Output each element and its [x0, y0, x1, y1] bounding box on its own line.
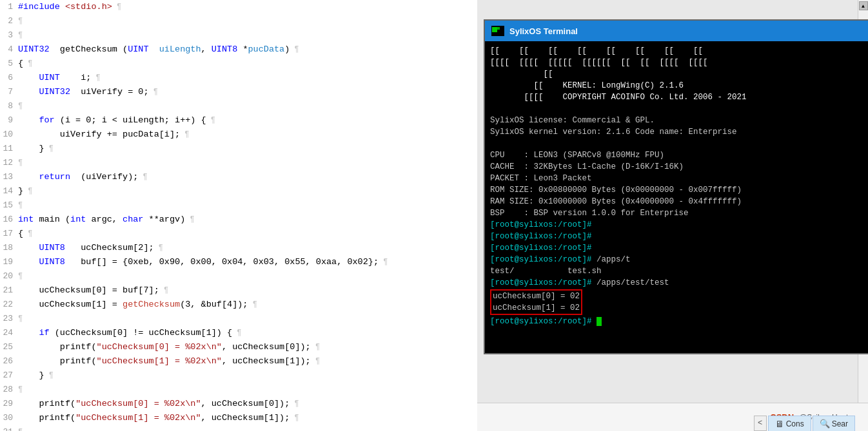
- line-content-2: ¶: [18, 14, 472, 28]
- term-line-9: [490, 138, 864, 149]
- code-line-30: 30 printf("ucChecksum[1] = %02x\n", ucCh…: [0, 411, 477, 425]
- tab-search-label: Sear: [832, 419, 848, 428]
- code-line-18: 18 UINT8 ucChecksum[2]; ¶: [0, 241, 477, 255]
- line-num-22: 22: [0, 298, 18, 312]
- code-line-5: 5 { ¶: [0, 57, 477, 71]
- code-line-19: 19 UINT8 buf[] = {0xeb, 0x90, 0x00, 0x04…: [0, 255, 477, 269]
- right-panel: SylixOS Terminal [[ [[ [[ [[ [[ [[ [[ [[…: [477, 0, 868, 431]
- svg-rect-4: [497, 27, 500, 30]
- line-num-3: 3: [0, 28, 18, 43]
- term-line-15: BSP : BSP version 1.0.0 for Enterprise: [490, 207, 864, 219]
- line-content-20: ¶: [18, 269, 472, 283]
- code-line-31: 31 ¶: [0, 425, 477, 431]
- line-num-26: 26: [0, 354, 18, 369]
- line-content-8: ¶: [18, 99, 472, 113]
- console-icon: 🖥: [775, 419, 784, 429]
- line-content-1: #include <stdio.h> ¶: [18, 0, 472, 14]
- output-highlight-box: ucChecksum[0] = 02 ucChecksum[1] = 02: [490, 289, 582, 315]
- output-line-2: ucChecksum[1] = 02: [493, 302, 580, 314]
- line-num-10: 10: [0, 128, 18, 142]
- term-line-14: RAM SIZE: 0x10000000 Bytes (0x40000000 -…: [490, 196, 864, 207]
- line-content-9: for (i = 0; i < uiLength; i++) { ¶: [18, 113, 472, 128]
- line-num-11: 11: [0, 142, 18, 156]
- line-num-4: 4: [0, 43, 18, 57]
- code-line-8: 8 ¶: [0, 99, 477, 113]
- line-num-24: 24: [0, 326, 18, 340]
- code-line-29: 29 printf("ucChecksum[0] = %02x\n", ucCh…: [0, 397, 477, 411]
- code-line-28: 28 ¶: [0, 383, 477, 397]
- line-num-25: 25: [0, 340, 18, 354]
- line-num-17: 17: [0, 227, 18, 241]
- line-num-29: 29: [0, 397, 18, 411]
- code-editor: 1 #include <stdio.h> ¶ 2 ¶ 3 ¶ 4 UINT32 …: [0, 0, 477, 431]
- term-line-5: [[[[ COPYRIGHT ACOINFO Co. Ltd. 2006 - 2…: [490, 91, 864, 103]
- main-container: 1 #include <stdio.h> ¶ 2 ¶ 3 ¶ 4 UINT32 …: [0, 0, 868, 431]
- code-line-14: 14 } ¶: [0, 184, 477, 198]
- line-content-24: if (ucChecksum[0] != ucChecksum[1]) { ¶: [18, 326, 472, 340]
- code-line-13: 13 return (uiVerify); ¶: [0, 170, 477, 184]
- code-line-25: 25 printf("ucChecksum[0] = %02x\n", ucCh…: [0, 340, 477, 354]
- line-num-5: 5: [0, 57, 18, 71]
- line-content-18: UINT8 ucChecksum[2]; ¶: [18, 241, 472, 255]
- term-line-16: [root@sylixos:/root]#: [490, 219, 864, 231]
- code-line-12: 12 ¶: [0, 156, 477, 170]
- line-num-1: 1: [0, 0, 18, 14]
- code-line-27: 27 } ¶: [0, 369, 477, 383]
- tab-console-label: Cons: [786, 419, 804, 428]
- code-line-7: 7 UINT32 uiVerify = 0; ¶: [0, 85, 477, 99]
- line-content-21: ucChecksum[0] = buf[7]; ¶: [18, 283, 472, 298]
- line-num-21: 21: [0, 283, 18, 298]
- line-num-16: 16: [0, 213, 18, 227]
- line-content-25: printf("ucChecksum[0] = %02x\n", ucCheck…: [18, 340, 472, 354]
- tab-scroll-left[interactable]: <: [754, 416, 767, 431]
- code-line-16: 16 int main (int argc, char **argv) ¶: [0, 213, 477, 227]
- tab-search[interactable]: 🔍 Sear: [813, 416, 855, 431]
- output-line-1: ucChecksum[0] = 02: [493, 291, 580, 302]
- code-line-4: 4 UINT32 getChecksum (UINT uiLength, UIN…: [0, 43, 477, 57]
- code-line-11: 11 } ¶: [0, 142, 477, 156]
- code-line-3: 3 ¶: [0, 28, 477, 43]
- terminal-icon: [491, 26, 504, 36]
- term-line-10: CPU : LEON3 (SPARCv8 @100MHz FPU): [490, 149, 864, 161]
- line-content-11: } ¶: [18, 142, 472, 156]
- line-content-16: int main (int argc, char **argv) ¶: [18, 213, 472, 227]
- term-line-12: PACKET : Leon3 Packet: [490, 173, 864, 184]
- line-content-17: { ¶: [18, 227, 472, 241]
- scroll-up-arrow[interactable]: ▲: [859, 1, 868, 10]
- code-content: 1 #include <stdio.h> ¶ 2 ¶ 3 ¶ 4 UINT32 …: [0, 0, 477, 431]
- bottom-tabs-container: < 🖥 Cons 🔍 Sear: [754, 403, 855, 431]
- term-line-17: [root@sylixos:/root]#: [490, 231, 864, 242]
- term-line-20: test/ test.sh: [490, 265, 864, 277]
- line-content-6: UINT i; ¶: [18, 71, 472, 85]
- code-line-24: 24 if (ucChecksum[0] != ucChecksum[1]) {…: [0, 326, 477, 340]
- line-content-7: UINT32 uiVerify = 0; ¶: [18, 85, 472, 99]
- line-content-15: ¶: [18, 198, 472, 213]
- line-content-10: uiVerify += pucData[i]; ¶: [18, 128, 472, 142]
- line-content-4: UINT32 getChecksum (UINT uiLength, UINT8…: [18, 43, 472, 57]
- term-line-21: [root@sylixos:/root]# /apps/test/test: [490, 277, 864, 289]
- term-line-18: [root@sylixos:/root]#: [490, 242, 864, 254]
- line-num-19: 19: [0, 255, 18, 269]
- line-content-30: printf("ucChecksum[1] = %02x\n", ucCheck…: [18, 411, 472, 425]
- line-num-18: 18: [0, 241, 18, 255]
- svg-rect-3: [495, 30, 497, 32]
- line-content-29: printf("ucChecksum[0] = %02x\n", ucCheck…: [18, 397, 472, 411]
- term-line-2: [[[[ [[[[ [[[[[ [[[[[[ [[ [[ [[[[ [[[[: [490, 57, 864, 68]
- code-line-10: 10 uiVerify += pucData[i]; ¶: [0, 128, 477, 142]
- terminal-body[interactable]: [[ [[ [[ [[ [[ [[ [[ [[ [[[[ [[[[ [[[[[ …: [485, 41, 868, 353]
- line-num-8: 8: [0, 99, 18, 113]
- code-line-17: 17 { ¶: [0, 227, 477, 241]
- term-line-8: SylixOS kernel version: 2.1.6 Code name:…: [490, 126, 864, 138]
- line-num-12: 12: [0, 156, 18, 170]
- line-content-14: } ¶: [18, 184, 472, 198]
- tab-console[interactable]: 🖥 Cons: [768, 416, 811, 431]
- line-num-14: 14: [0, 184, 18, 198]
- code-line-2: 2 ¶: [0, 14, 477, 28]
- code-line-21: 21 ucChecksum[0] = buf[7]; ¶: [0, 283, 477, 298]
- line-content-31: ¶: [18, 425, 472, 431]
- term-line-19: [root@sylixos:/root]# /apps/t: [490, 254, 864, 265]
- code-line-22: 22 ucChecksum[1] = getChecksum(3, &buf[4…: [0, 298, 477, 312]
- code-line-15: 15 ¶: [0, 198, 477, 213]
- line-content-22: ucChecksum[1] = getChecksum(3, &buf[4]);…: [18, 298, 472, 312]
- code-line-6: 6 UINT i; ¶: [0, 71, 477, 85]
